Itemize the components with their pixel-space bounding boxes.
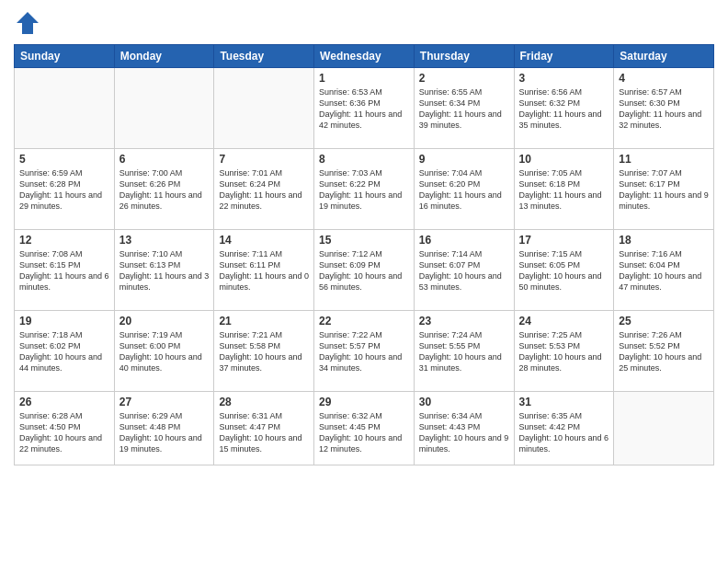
calendar-cell: 7Sunrise: 7:01 AM Sunset: 6:24 PM Daylig… — [214, 149, 314, 230]
weekday-header-tuesday: Tuesday — [214, 45, 314, 68]
calendar-cell: 11Sunrise: 7:07 AM Sunset: 6:17 PM Dayli… — [614, 149, 714, 230]
day-info: Sunrise: 7:22 AM Sunset: 5:57 PM Dayligh… — [319, 329, 409, 374]
day-number: 15 — [319, 234, 409, 247]
day-number: 11 — [619, 153, 709, 166]
day-info: Sunrise: 7:10 AM Sunset: 6:13 PM Dayligh… — [119, 248, 210, 293]
calendar-cell: 14Sunrise: 7:11 AM Sunset: 6:11 PM Dayli… — [214, 230, 314, 311]
calendar-table: SundayMondayTuesdayWednesdayThursdayFrid… — [14, 44, 714, 465]
calendar-cell: 9Sunrise: 7:04 AM Sunset: 6:20 PM Daylig… — [414, 149, 514, 230]
calendar-cell: 28Sunrise: 6:31 AM Sunset: 4:47 PM Dayli… — [214, 392, 314, 465]
day-number: 14 — [219, 234, 309, 247]
week-row-3: 12Sunrise: 7:08 AM Sunset: 6:15 PM Dayli… — [15, 230, 714, 311]
day-number: 28 — [219, 396, 309, 408]
weekday-header-friday: Friday — [514, 45, 614, 68]
day-info: Sunrise: 7:11 AM Sunset: 6:11 PM Dayligh… — [219, 248, 309, 293]
day-info: Sunrise: 7:25 AM Sunset: 5:53 PM Dayligh… — [519, 329, 609, 374]
calendar-cell: 24Sunrise: 7:25 AM Sunset: 5:53 PM Dayli… — [514, 311, 614, 392]
weekday-header-thursday: Thursday — [414, 45, 514, 68]
day-info: Sunrise: 7:08 AM Sunset: 6:15 PM Dayligh… — [19, 248, 109, 293]
calendar-cell: 23Sunrise: 7:24 AM Sunset: 5:55 PM Dayli… — [414, 311, 514, 392]
day-info: Sunrise: 7:00 AM Sunset: 6:26 PM Dayligh… — [119, 167, 210, 213]
day-number: 5 — [19, 153, 109, 166]
calendar-cell: 8Sunrise: 7:03 AM Sunset: 6:22 PM Daylig… — [314, 149, 415, 230]
day-info: Sunrise: 7:21 AM Sunset: 5:58 PM Dayligh… — [219, 329, 309, 374]
calendar-cell: 1Sunrise: 6:53 AM Sunset: 6:36 PM Daylig… — [314, 68, 415, 149]
weekday-header-monday: Monday — [114, 45, 214, 68]
day-number: 2 — [419, 72, 509, 85]
day-number: 18 — [619, 234, 709, 247]
week-row-2: 5Sunrise: 6:59 AM Sunset: 6:28 PM Daylig… — [15, 149, 714, 230]
calendar-cell: 10Sunrise: 7:05 AM Sunset: 6:18 PM Dayli… — [514, 149, 614, 230]
day-info: Sunrise: 6:53 AM Sunset: 6:36 PM Dayligh… — [319, 86, 409, 132]
day-number: 4 — [619, 72, 709, 85]
day-info: Sunrise: 6:32 AM Sunset: 4:45 PM Dayligh… — [319, 410, 409, 455]
calendar-cell — [15, 68, 115, 149]
calendar-cell: 15Sunrise: 7:12 AM Sunset: 6:09 PM Dayli… — [314, 230, 415, 311]
logo-icon — [14, 9, 41, 37]
day-number: 12 — [19, 234, 109, 247]
day-number: 17 — [519, 234, 609, 247]
day-info: Sunrise: 7:05 AM Sunset: 6:18 PM Dayligh… — [519, 167, 609, 213]
page: SundayMondayTuesdayWednesdayThursdayFrid… — [0, 0, 728, 563]
calendar-cell: 30Sunrise: 6:34 AM Sunset: 4:43 PM Dayli… — [414, 392, 514, 465]
calendar-cell: 18Sunrise: 7:16 AM Sunset: 6:04 PM Dayli… — [614, 230, 714, 311]
calendar-cell — [614, 392, 714, 465]
day-info: Sunrise: 6:34 AM Sunset: 4:43 PM Dayligh… — [419, 410, 509, 455]
day-info: Sunrise: 6:31 AM Sunset: 4:47 PM Dayligh… — [219, 410, 309, 455]
weekday-header-wednesday: Wednesday — [314, 45, 415, 68]
day-number: 7 — [219, 153, 309, 166]
day-number: 1 — [319, 72, 409, 85]
day-number: 23 — [419, 315, 509, 327]
calendar-cell: 22Sunrise: 7:22 AM Sunset: 5:57 PM Dayli… — [314, 311, 415, 392]
day-info: Sunrise: 7:24 AM Sunset: 5:55 PM Dayligh… — [419, 329, 509, 374]
day-info: Sunrise: 7:15 AM Sunset: 6:05 PM Dayligh… — [519, 248, 609, 293]
day-info: Sunrise: 6:55 AM Sunset: 6:34 PM Dayligh… — [419, 86, 509, 132]
week-row-1: 1Sunrise: 6:53 AM Sunset: 6:36 PM Daylig… — [15, 68, 714, 149]
calendar-cell: 21Sunrise: 7:21 AM Sunset: 5:58 PM Dayli… — [214, 311, 314, 392]
day-number: 13 — [119, 234, 210, 247]
weekday-header-saturday: Saturday — [614, 45, 714, 68]
logo — [14, 9, 45, 37]
day-number: 22 — [319, 315, 409, 327]
calendar-cell: 19Sunrise: 7:18 AM Sunset: 6:02 PM Dayli… — [15, 311, 115, 392]
day-info: Sunrise: 7:03 AM Sunset: 6:22 PM Dayligh… — [319, 167, 409, 213]
week-row-4: 19Sunrise: 7:18 AM Sunset: 6:02 PM Dayli… — [15, 311, 714, 392]
header — [14, 9, 714, 37]
day-number: 24 — [519, 315, 609, 327]
day-number: 3 — [519, 72, 609, 85]
calendar-cell: 17Sunrise: 7:15 AM Sunset: 6:05 PM Dayli… — [514, 230, 614, 311]
day-info: Sunrise: 6:56 AM Sunset: 6:32 PM Dayligh… — [519, 86, 609, 132]
day-info: Sunrise: 7:14 AM Sunset: 6:07 PM Dayligh… — [419, 248, 509, 293]
day-info: Sunrise: 7:26 AM Sunset: 5:52 PM Dayligh… — [619, 329, 709, 374]
day-info: Sunrise: 7:19 AM Sunset: 6:00 PM Dayligh… — [119, 329, 210, 374]
calendar-cell: 25Sunrise: 7:26 AM Sunset: 5:52 PM Dayli… — [614, 311, 714, 392]
calendar-cell: 6Sunrise: 7:00 AM Sunset: 6:26 PM Daylig… — [114, 149, 214, 230]
day-info: Sunrise: 7:07 AM Sunset: 6:17 PM Dayligh… — [619, 167, 709, 213]
day-info: Sunrise: 7:18 AM Sunset: 6:02 PM Dayligh… — [19, 329, 109, 374]
week-row-5: 26Sunrise: 6:28 AM Sunset: 4:50 PM Dayli… — [15, 392, 714, 465]
calendar-cell: 4Sunrise: 6:57 AM Sunset: 6:30 PM Daylig… — [614, 68, 714, 149]
day-number: 19 — [19, 315, 109, 327]
day-info: Sunrise: 7:01 AM Sunset: 6:24 PM Dayligh… — [219, 167, 309, 213]
day-info: Sunrise: 6:29 AM Sunset: 4:48 PM Dayligh… — [119, 410, 210, 455]
day-number: 30 — [419, 396, 509, 408]
calendar-cell — [214, 68, 314, 149]
weekday-header-sunday: Sunday — [15, 45, 115, 68]
calendar-cell: 26Sunrise: 6:28 AM Sunset: 4:50 PM Dayli… — [15, 392, 115, 465]
day-number: 29 — [319, 396, 409, 408]
day-number: 21 — [219, 315, 309, 327]
calendar-cell: 16Sunrise: 7:14 AM Sunset: 6:07 PM Dayli… — [414, 230, 514, 311]
calendar-cell: 27Sunrise: 6:29 AM Sunset: 4:48 PM Dayli… — [114, 392, 214, 465]
day-info: Sunrise: 6:59 AM Sunset: 6:28 PM Dayligh… — [19, 167, 109, 213]
day-number: 31 — [519, 396, 609, 408]
calendar-cell: 2Sunrise: 6:55 AM Sunset: 6:34 PM Daylig… — [414, 68, 514, 149]
day-info: Sunrise: 7:04 AM Sunset: 6:20 PM Dayligh… — [419, 167, 509, 213]
calendar-cell — [114, 68, 214, 149]
day-number: 10 — [519, 153, 609, 166]
day-number: 27 — [119, 396, 210, 408]
day-number: 8 — [319, 153, 409, 166]
calendar-cell: 5Sunrise: 6:59 AM Sunset: 6:28 PM Daylig… — [15, 149, 115, 230]
weekday-header-row: SundayMondayTuesdayWednesdayThursdayFrid… — [15, 45, 714, 68]
day-info: Sunrise: 6:35 AM Sunset: 4:42 PM Dayligh… — [519, 410, 609, 455]
calendar-cell: 3Sunrise: 6:56 AM Sunset: 6:32 PM Daylig… — [514, 68, 614, 149]
